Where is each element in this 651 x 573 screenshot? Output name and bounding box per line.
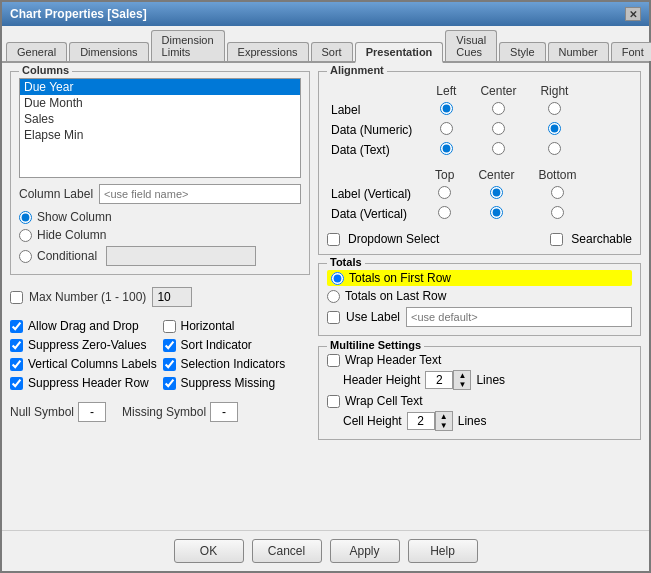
cell-height-up[interactable]: ▲ <box>436 412 452 421</box>
numeric-left-radio[interactable] <box>440 122 453 135</box>
label-vcenter-radio[interactable] <box>490 186 503 199</box>
totals-first-radio[interactable] <box>331 272 344 285</box>
allow-drag-row: Allow Drag and Drop <box>10 319 158 333</box>
header-height-down[interactable]: ▼ <box>454 380 470 389</box>
close-button[interactable]: ✕ <box>625 7 641 21</box>
null-symbol-row: Null Symbol Missing Symbol <box>10 402 310 422</box>
label-bottom-radio[interactable] <box>551 186 564 199</box>
list-item[interactable]: Sales <box>20 111 300 127</box>
conditional-row: Conditional <box>19 246 301 266</box>
column-label-input[interactable] <box>99 184 301 204</box>
totals-last-label: Totals on Last Row <box>345 289 446 303</box>
bottom-bar: OK Cancel Apply Help <box>2 530 649 571</box>
wrap-cell-checkbox[interactable] <box>327 395 340 408</box>
tab-number[interactable]: Number <box>548 42 609 61</box>
label-right-radio[interactable] <box>548 102 561 115</box>
help-button[interactable]: Help <box>408 539 478 563</box>
text-align-label: Data (Text) <box>327 140 424 160</box>
label-vert-row: Label (Vertical) <box>327 184 588 204</box>
data-vert-label: Data (Vertical) <box>327 204 423 224</box>
vert-top-header: Top <box>423 166 466 184</box>
list-item[interactable]: Elapse Min <box>20 127 300 143</box>
numeric-center-radio[interactable] <box>492 122 505 135</box>
wrap-cell-row: Wrap Cell Text <box>327 394 632 408</box>
numeric-right-radio[interactable] <box>548 122 561 135</box>
vertical-columns-checkbox[interactable] <box>10 358 23 371</box>
label-center-radio[interactable] <box>492 102 505 115</box>
missing-symbol-input[interactable] <box>210 402 238 422</box>
main-window: Chart Properties [Sales] ✕ General Dimen… <box>0 0 651 573</box>
list-item[interactable]: Due Year <box>20 79 300 95</box>
show-column-radio[interactable] <box>19 211 32 224</box>
wrap-header-row: Wrap Header Text <box>327 353 632 367</box>
data-top-radio[interactable] <box>438 206 451 219</box>
tab-style[interactable]: Style <box>499 42 545 61</box>
conditional-radio[interactable] <box>19 250 32 263</box>
left-panel: Columns Due Year Due Month Sales Elapse … <box>10 71 310 522</box>
use-label-checkbox[interactable] <box>327 311 340 324</box>
columns-listbox[interactable]: Due Year Due Month Sales Elapse Min <box>19 78 301 178</box>
tab-font[interactable]: Font <box>611 42 651 61</box>
dropdown-select-label: Dropdown Select <box>348 232 439 246</box>
data-vcenter-radio[interactable] <box>490 206 503 219</box>
dropdown-select-checkbox[interactable] <box>327 233 340 246</box>
cell-height-down[interactable]: ▼ <box>436 421 452 430</box>
sort-indicator-checkbox[interactable] <box>163 339 176 352</box>
label-align-row: Label <box>327 100 580 120</box>
header-height-up[interactable]: ▲ <box>454 371 470 380</box>
ok-button[interactable]: OK <box>174 539 244 563</box>
allow-drag-checkbox[interactable] <box>10 320 23 333</box>
wrap-cell-label: Wrap Cell Text <box>345 394 423 408</box>
align-left-header: Left <box>424 82 468 100</box>
hide-column-radio[interactable] <box>19 229 32 242</box>
vert-bottom-header: Bottom <box>526 166 588 184</box>
max-number-checkbox[interactable] <box>10 291 23 304</box>
horizontal-checkbox[interactable] <box>163 320 176 333</box>
tab-presentation[interactable]: Presentation <box>355 42 444 63</box>
column-radio-group: Show Column Hide Column Conditional <box>19 210 301 266</box>
text-right-radio[interactable] <box>548 142 561 155</box>
header-height-lines: Lines <box>476 373 505 387</box>
dropdown-searchable-row: Dropdown Select Searchable <box>327 232 632 246</box>
totals-last-radio[interactable] <box>327 290 340 303</box>
tab-dimension-limits[interactable]: Dimension Limits <box>151 30 225 61</box>
cell-height-input[interactable] <box>407 412 435 430</box>
header-height-spinner-btns: ▲ ▼ <box>453 370 471 390</box>
data-bottom-radio[interactable] <box>551 206 564 219</box>
vert-center-header: Center <box>466 166 526 184</box>
alignment-table: Left Center Right Label D <box>327 82 580 160</box>
column-label-row: Column Label <box>19 184 301 204</box>
header-height-input[interactable] <box>425 371 453 389</box>
tab-visual-cues[interactable]: Visual Cues <box>445 30 497 61</box>
suppress-missing-checkbox[interactable] <box>163 377 176 390</box>
content-area: Columns Due Year Due Month Sales Elapse … <box>2 63 649 530</box>
sort-indicator-label: Sort Indicator <box>181 338 252 352</box>
searchable-checkbox[interactable] <box>550 233 563 246</box>
tab-sort[interactable]: Sort <box>311 42 353 61</box>
tab-dimensions[interactable]: Dimensions <box>69 42 148 61</box>
text-left-radio[interactable] <box>440 142 453 155</box>
columns-group: Columns Due Year Due Month Sales Elapse … <box>10 71 310 275</box>
label-top-radio[interactable] <box>438 186 451 199</box>
tab-expressions[interactable]: Expressions <box>227 42 309 61</box>
list-item[interactable]: Due Month <box>20 95 300 111</box>
selection-indicators-checkbox[interactable] <box>163 358 176 371</box>
cancel-button[interactable]: Cancel <box>252 539 322 563</box>
cell-height-row: Cell Height ▲ ▼ Lines <box>343 411 632 431</box>
null-symbol-input[interactable] <box>78 402 106 422</box>
use-label-input[interactable] <box>406 307 632 327</box>
vertical-columns-label: Vertical Columns Labels <box>28 357 157 371</box>
label-left-radio[interactable] <box>440 102 453 115</box>
apply-button[interactable]: Apply <box>330 539 400 563</box>
suppress-zero-checkbox[interactable] <box>10 339 23 352</box>
text-center-radio[interactable] <box>492 142 505 155</box>
searchable-label: Searchable <box>571 232 632 246</box>
max-number-input[interactable] <box>152 287 192 307</box>
selection-indicators-row: Selection Indicators <box>163 357 311 371</box>
suppress-header-checkbox[interactable] <box>10 377 23 390</box>
text-align-row: Data (Text) <box>327 140 580 160</box>
header-height-spinner: ▲ ▼ <box>425 370 471 390</box>
tab-general[interactable]: General <box>6 42 67 61</box>
suppress-header-row: Suppress Header Row <box>10 376 158 390</box>
wrap-header-checkbox[interactable] <box>327 354 340 367</box>
